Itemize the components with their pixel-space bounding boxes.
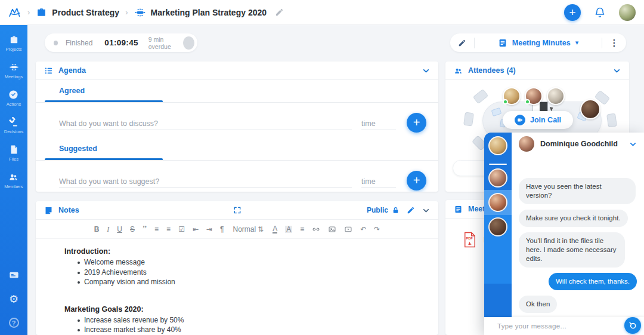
- attendee-avatar[interactable]: [547, 87, 565, 105]
- notes-item: Increase market share by 40%: [78, 325, 426, 335]
- plus-icon: +: [569, 6, 575, 19]
- view-selector-dropdown[interactable]: Meeting Minutes ▾: [475, 38, 602, 48]
- kebab-menu-icon: ⋮: [610, 38, 619, 48]
- sidebar-item-projects[interactable]: Projects: [5, 35, 21, 52]
- agenda-list-icon: [44, 66, 53, 75]
- text-color-icon[interactable]: A: [273, 225, 277, 233]
- spacer: [64, 287, 426, 305]
- tab-suggested[interactable]: Suggested: [36, 145, 438, 153]
- app-logo-icon[interactable]: [8, 6, 21, 19]
- chat-contact-avatar[interactable]: [488, 168, 507, 188]
- notes-content[interactable]: Introduction: Welcome message 2019 Achie…: [36, 239, 438, 335]
- undo-icon[interactable]: ↶: [360, 226, 366, 233]
- online-status-dot: [525, 99, 530, 105]
- breadcrumb-separator: ›: [125, 8, 128, 17]
- highlight-color-icon[interactable]: A: [285, 226, 292, 233]
- text-direction-icon[interactable]: ¶: [220, 226, 224, 233]
- sidebar-label: Decisions: [4, 129, 24, 134]
- collapse-chevron-icon[interactable]: [422, 207, 430, 214]
- notes-icon: [44, 206, 53, 215]
- create-new-button[interactable]: +: [564, 4, 581, 21]
- sidebar-label: Files: [9, 156, 18, 162]
- underline-icon[interactable]: U: [117, 226, 122, 233]
- indent-icon[interactable]: ⇥: [206, 226, 212, 233]
- meeting-cards-icon[interactable]: [8, 269, 20, 281]
- chat-window: Dominique Goodchild Have you seen the la…: [484, 133, 644, 335]
- redo-icon[interactable]: ↷: [374, 226, 380, 233]
- agenda-panel: Agenda Agreed + Suggested +: [36, 62, 438, 192]
- gavel-icon: [8, 117, 18, 127]
- sidebar-item-files[interactable]: Files: [9, 145, 19, 162]
- fullscreen-icon[interactable]: [233, 206, 242, 214]
- checklist-icon[interactable]: ☑: [178, 226, 185, 233]
- blockquote-icon[interactable]: ”: [143, 225, 147, 234]
- pencil-icon: [458, 39, 466, 47]
- edit-view-button[interactable]: [450, 39, 474, 47]
- notes-item: Company vision and mission: [78, 277, 426, 287]
- chat-collapse-chevron-icon[interactable]: [629, 140, 637, 148]
- video-camera-icon: [515, 115, 525, 125]
- chat-contact-avatar[interactable]: [488, 217, 507, 236]
- timer-overdue: 9 min overdue: [148, 36, 183, 50]
- agenda-suggest-time-input[interactable]: [361, 175, 396, 188]
- agenda-suggest-input[interactable]: [59, 175, 352, 188]
- timer-avatar-placeholder[interactable]: [183, 36, 194, 50]
- edit-title-pencil-icon[interactable]: [275, 8, 284, 17]
- timer-status-dot: [54, 41, 58, 45]
- italic-icon[interactable]: I: [107, 226, 109, 233]
- chat-message: You'll find it in the files tile here. I…: [519, 232, 625, 268]
- attendees-count: (4): [506, 66, 515, 75]
- format-dropdown[interactable]: Normal ⇅: [233, 225, 264, 233]
- ordered-list-icon[interactable]: ≡: [154, 226, 159, 233]
- attendee-avatar[interactable]: [525, 87, 543, 105]
- edit-notes-pencil-icon[interactable]: [407, 206, 415, 214]
- visibility-toggle[interactable]: Public: [367, 206, 388, 214]
- add-agenda-item-button[interactable]: +: [407, 113, 426, 133]
- sidebar-item-decisions[interactable]: Decisions: [4, 117, 24, 134]
- chat-messages[interactable]: Have you seen the latest version? Make s…: [512, 155, 644, 317]
- join-call-button[interactable]: Join Call: [503, 111, 573, 129]
- collapse-chevron-icon[interactable]: [613, 67, 621, 75]
- add-suggestion-button[interactable]: +: [407, 171, 426, 190]
- align-icon[interactable]: ≡: [300, 226, 304, 233]
- chat-message: Ok then: [519, 296, 557, 313]
- sidebar-item-meetings[interactable]: Meetings: [5, 62, 23, 79]
- chat-contact-avatar[interactable]: [488, 136, 507, 155]
- tab-agreed[interactable]: Agreed: [36, 87, 438, 95]
- chat-message: Will check them, thanks.: [549, 273, 637, 290]
- sidebar-item-actions[interactable]: Actions: [7, 90, 21, 107]
- rail-divider: [489, 164, 507, 165]
- document-icon: [454, 205, 463, 214]
- outdent-icon[interactable]: ⇤: [193, 226, 199, 233]
- bullet-list-icon[interactable]: ≡: [166, 226, 171, 233]
- breadcrumb-project[interactable]: Product Strategy: [52, 8, 119, 17]
- settings-gear-icon[interactable]: ⚙: [9, 294, 18, 305]
- video-icon[interactable]: [344, 225, 352, 233]
- more-options-button[interactable]: ⋮: [602, 38, 626, 48]
- agenda-tab-suggested: Suggested: [36, 138, 438, 161]
- send-message-button[interactable]: [624, 317, 641, 334]
- user-avatar[interactable]: [619, 4, 636, 21]
- chat-contact-avatar[interactable]: [488, 193, 507, 212]
- plus-icon: +: [413, 116, 420, 130]
- help-icon[interactable]: ?: [9, 318, 19, 328]
- sidebar-label: Actions: [7, 102, 21, 107]
- timer-status: Finished: [66, 39, 92, 47]
- sidebar-item-members[interactable]: Members: [4, 172, 23, 189]
- agenda-topic-input[interactable]: [59, 117, 352, 130]
- strikethrough-icon[interactable]: S: [130, 226, 135, 233]
- notifications-bell-icon[interactable]: [594, 7, 606, 19]
- attendees-header: Attendees (4): [445, 62, 629, 80]
- agenda-header: Agenda: [36, 62, 438, 80]
- attendee-avatar[interactable]: [580, 99, 600, 119]
- bold-icon[interactable]: B: [94, 226, 100, 233]
- breadcrumb-meeting[interactable]: Marketing Plan Strategy 2020: [151, 8, 267, 17]
- agenda-tab-agreed: Agreed: [36, 80, 438, 103]
- collapse-chevron-icon[interactable]: [422, 67, 430, 75]
- link-icon[interactable]: [312, 225, 320, 233]
- notes-list: Welcome message 2019 Achievements Compan…: [78, 257, 426, 287]
- attendee-avatar[interactable]: [503, 87, 521, 105]
- chat-message-input[interactable]: [497, 322, 624, 330]
- agenda-time-input[interactable]: [361, 117, 396, 130]
- image-icon[interactable]: [328, 225, 336, 233]
